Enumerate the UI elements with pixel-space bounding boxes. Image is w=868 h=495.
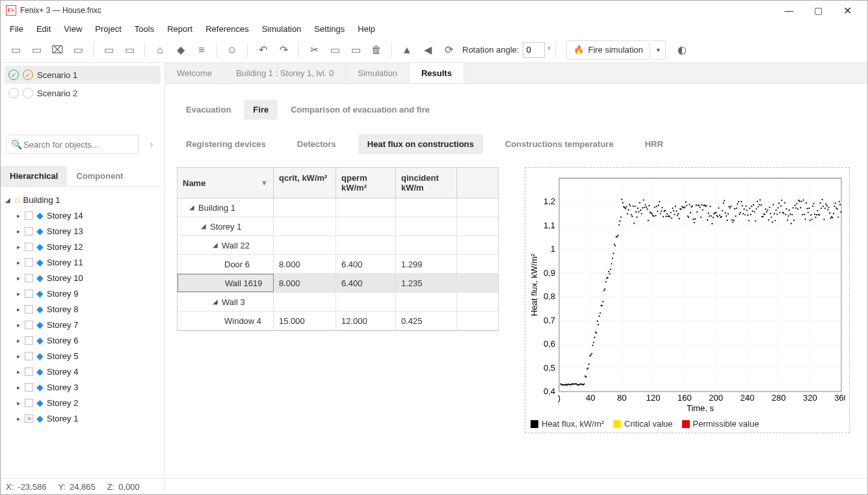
checkbox[interactable] xyxy=(25,274,33,282)
object-tree[interactable]: ◢ ⌂ Building 1 ▸ ◆ Storey 14▸ ◆ Storey 1… xyxy=(1,187,164,478)
legend-heatflux: Heat flux, kW/m² xyxy=(531,419,604,429)
subtab-fire[interactable]: Fire xyxy=(244,100,278,120)
menu-file[interactable]: File xyxy=(3,21,30,36)
tree-row-storey[interactable]: ▸ ◆ Storey 8 xyxy=(15,301,161,317)
table-row[interactable]: ◢Wall 22 xyxy=(178,236,498,255)
checkbox[interactable] xyxy=(25,399,33,407)
checkbox[interactable] xyxy=(25,305,33,314)
sub2tab-registering[interactable]: Registering devices xyxy=(177,134,275,154)
menu-settings[interactable]: Settings xyxy=(308,21,351,36)
checkbox[interactable] xyxy=(25,243,33,251)
fire-simulation-dropdown[interactable]: ▾ xyxy=(651,40,666,60)
sliders-icon[interactable]: ≡ xyxy=(192,40,211,60)
menu-simulation[interactable]: Simulation xyxy=(256,21,308,36)
menu-project[interactable]: Project xyxy=(88,21,127,36)
caret-right-icon: ▸ xyxy=(15,259,21,266)
tree-row-storey[interactable]: ▸ ◆ Storey 7 xyxy=(15,317,161,332)
cut-icon[interactable]: ✂ xyxy=(304,40,324,60)
doc-tab-results[interactable]: Results xyxy=(410,63,464,83)
checkbox[interactable]: ✕ xyxy=(25,414,33,423)
doc-tab-welcome[interactable]: Welcome xyxy=(165,63,224,83)
new-icon[interactable]: ▭ xyxy=(6,40,25,60)
doc-tab-building[interactable]: Building 1 : Storey 1, lvl. 0 xyxy=(224,63,346,83)
undo-icon[interactable]: ↶ xyxy=(253,40,272,60)
tab-hierarchical[interactable]: Hierarchical xyxy=(1,166,67,186)
menu-help[interactable]: Help xyxy=(351,21,382,36)
scenario-item-2[interactable]: Scenario 2 xyxy=(5,84,161,102)
tree-row-storey[interactable]: ▸ ◆ Storey 4 xyxy=(15,364,161,379)
tree-row-storey[interactable]: ▸ ◆ Storey 14 xyxy=(15,207,161,223)
svg-point-300 xyxy=(804,213,805,215)
fire-simulation-button[interactable]: 🔥 Fire simulation xyxy=(566,40,650,60)
close-button[interactable]: ✕ xyxy=(833,1,862,20)
checkbox[interactable] xyxy=(25,289,33,298)
open-icon[interactable]: ▭ xyxy=(27,40,46,60)
tree-row-storey[interactable]: ▸ ◆ Storey 13 xyxy=(15,223,161,239)
tree-row-storey[interactable]: ▸ ◆ Storey 2 xyxy=(15,395,161,410)
filter-icon[interactable]: ▼ xyxy=(261,179,268,187)
tree-row-storey[interactable]: ▸ ✕ ◆ Storey 1 xyxy=(15,410,161,426)
checkbox[interactable] xyxy=(25,321,33,329)
checkbox[interactable] xyxy=(25,227,33,235)
table-row[interactable]: Door 6 8.000 6.400 1.299 xyxy=(178,255,498,274)
checkbox[interactable] xyxy=(25,352,33,360)
th-name[interactable]: Name ▼ xyxy=(178,168,274,198)
checkbox[interactable] xyxy=(25,336,33,345)
subtab-comparison[interactable]: Comparison of evacuation and fire xyxy=(282,100,439,120)
menu-references[interactable]: References xyxy=(199,21,255,36)
th-qperm[interactable]: qperm kW/m² xyxy=(336,168,396,198)
checkbox[interactable] xyxy=(25,383,33,392)
tree-row-storey[interactable]: ▸ ◆ Storey 5 xyxy=(15,348,161,364)
menu-view[interactable]: View xyxy=(57,21,88,36)
mirror-v-icon[interactable]: ▲ xyxy=(397,40,417,60)
rotate-icon[interactable]: ⟳ xyxy=(439,40,458,60)
sub2tab-detectors[interactable]: Detectors xyxy=(288,134,345,154)
tree-row-storey[interactable]: ▸ ◆ Storey 6 xyxy=(15,332,161,348)
checkbox[interactable] xyxy=(25,368,33,376)
menu-edit[interactable]: Edit xyxy=(30,21,57,36)
tree-row-building[interactable]: ◢ ⌂ Building 1 xyxy=(5,192,161,207)
scenario-item-1[interactable]: ✓ ✓ Scenario 1 xyxy=(5,66,161,84)
close-doc-icon[interactable]: ⌧ xyxy=(47,40,67,60)
minimize-button[interactable]: — xyxy=(774,1,804,20)
tree-row-storey[interactable]: ▸ ◆ Storey 9 xyxy=(15,286,161,301)
redo-icon[interactable]: ↷ xyxy=(274,40,293,60)
svg-point-133 xyxy=(646,208,648,209)
copy-icon[interactable]: ▭ xyxy=(325,40,345,60)
tree-row-storey[interactable]: ▸ ◆ Storey 12 xyxy=(15,239,161,254)
th-qcrit[interactable]: qcrit, kW/m² xyxy=(274,168,336,198)
search-go-button[interactable]: › xyxy=(144,135,159,154)
tab-component[interactable]: Component xyxy=(67,166,132,186)
house-icon[interactable]: ⌂ xyxy=(150,40,170,60)
subtab-evacuation[interactable]: Evacuation xyxy=(177,100,240,120)
th-qincident[interactable]: qincident kW/m xyxy=(396,168,457,198)
checkbox[interactable] xyxy=(25,211,33,220)
doc-tab-simulation[interactable]: Simulation xyxy=(346,63,410,83)
table-row[interactable]: ◢Wall 3 xyxy=(178,293,498,312)
checkbox[interactable] xyxy=(25,258,33,267)
menu-tools[interactable]: Tools xyxy=(128,21,161,36)
rotation-input[interactable] xyxy=(523,42,545,58)
save-icon[interactable]: ▭ xyxy=(68,40,88,60)
menu-report[interactable]: Report xyxy=(161,21,199,36)
search-input[interactable] xyxy=(6,135,138,154)
sub2tab-hrr[interactable]: HRR xyxy=(636,134,672,154)
tree-row-storey[interactable]: ▸ ◆ Storey 11 xyxy=(15,254,161,270)
delete-icon[interactable]: 🗑 xyxy=(367,40,386,60)
tree-row-storey[interactable]: ▸ ◆ Storey 10 xyxy=(15,270,161,286)
table-row[interactable]: Wall 1619 8.000 6.400 1.235 xyxy=(178,274,498,293)
layers-icon[interactable]: ◆ xyxy=(171,40,191,60)
maximize-button[interactable]: ▢ xyxy=(804,1,833,20)
tree-row-storey[interactable]: ▸ ◆ Storey 3 xyxy=(15,379,161,395)
sub2tab-heatflux[interactable]: Heat flux on constructions xyxy=(358,134,483,154)
table-row[interactable]: ◢Storey 1 xyxy=(178,217,498,236)
mirror-h-icon[interactable]: ◀ xyxy=(418,40,438,60)
add-sheet-icon[interactable]: ▭ xyxy=(99,40,118,60)
paste-icon[interactable]: ▭ xyxy=(346,40,365,60)
table-row[interactable]: Window 4 15.000 12.000 0.425 xyxy=(178,312,498,330)
table-row[interactable]: ◢Building 1 xyxy=(178,198,498,217)
sub2tab-temperature[interactable]: Constructions temperature xyxy=(496,134,623,154)
play-icon[interactable]: ◐ xyxy=(672,40,692,60)
people-icon[interactable]: ☺ xyxy=(222,40,242,60)
copy-sheet-icon[interactable]: ▭ xyxy=(120,40,139,60)
